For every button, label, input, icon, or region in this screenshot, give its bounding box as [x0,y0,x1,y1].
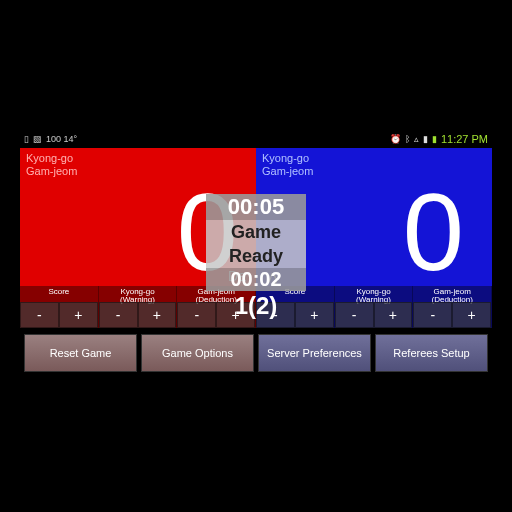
status-time: 11:27 PM [441,133,488,145]
red-score-control: Score - + [20,286,99,328]
blue-kyonggo-label: Kyong-go [262,152,486,165]
menu-buttons: Reset Game Game Options Server Preferenc… [20,328,492,378]
red-score-plus[interactable]: + [59,302,98,328]
score-board: Kyong-go Gam-jeom 0 Da Score - + Kyong-g… [20,148,492,328]
app-screen: ▯ ▧ 100 14° ⏰ ᛒ ▵ ▮ ▮ 11:27 PM Kyong-go … [20,130,492,382]
reset-game-button[interactable]: Reset Game [24,334,137,372]
blue-kyonggo-ctl-label: Kyong-go (Warning) [335,286,413,302]
blue-score-plus[interactable]: + [295,302,334,328]
red-kyonggo-control: Kyong-go (Warning) - + [99,286,178,328]
status-temp: 100 14° [46,134,77,144]
red-kyonggo-plus[interactable]: + [138,302,177,328]
blue-gamjeom-minus[interactable]: - [413,302,452,328]
game-state-line2: Ready [206,244,306,268]
status-icon-2: ▧ [33,134,42,144]
red-score-minus[interactable]: - [20,302,59,328]
status-left: ▯ ▧ 100 14° [24,134,77,144]
red-controls: Score - + Kyong-go (Warning) - + Gam-jeo… [20,286,256,328]
blue-gamjeom-control: Gam-jeom (Deduction) - + [413,286,492,328]
status-right: ⏰ ᛒ ▵ ▮ ▮ 11:27 PM [390,133,488,145]
red-kyonggo-ctl-label: Kyong-go (Warning) [99,286,177,302]
referees-setup-button[interactable]: Referees Setup [375,334,488,372]
round-indicator: 1(2) [235,292,278,320]
blue-kyonggo-minus[interactable]: - [335,302,374,328]
blue-score: 0 [403,168,464,295]
round-timer: 00:05 [206,194,306,220]
blue-kyonggo-control: Kyong-go (Warning) - + [335,286,414,328]
signal-icon: ▮ [423,134,428,144]
red-kyonggo-minus[interactable]: - [99,302,138,328]
status-icon-1: ▯ [24,134,29,144]
center-panel: 00:05 Game Ready 00:02 [206,194,306,291]
game-options-button[interactable]: Game Options [141,334,254,372]
wifi-icon: ▵ [414,134,419,144]
status-bar: ▯ ▧ 100 14° ⏰ ᛒ ▵ ▮ ▮ 11:27 PM [20,130,492,148]
red-score-ctl-label: Score [20,286,98,302]
bluetooth-icon: ᛒ [405,134,410,144]
blue-gamjeom-ctl-label: Gam-jeom (Deduction) [413,286,491,302]
blue-kyonggo-plus[interactable]: + [374,302,413,328]
battery-icon: ▮ [432,134,437,144]
red-kyonggo-label: Kyong-go [26,152,250,165]
game-state-line1: Game [206,220,306,244]
rest-timer: 00:02 [206,268,306,291]
server-prefs-button[interactable]: Server Preferences [258,334,371,372]
blue-gamjeom-plus[interactable]: + [452,302,491,328]
alarm-icon: ⏰ [390,134,401,144]
red-gamjeom-minus[interactable]: - [177,302,216,328]
blue-controls: Score - + Kyong-go (Warning) - + Gam-jeo… [256,286,492,328]
